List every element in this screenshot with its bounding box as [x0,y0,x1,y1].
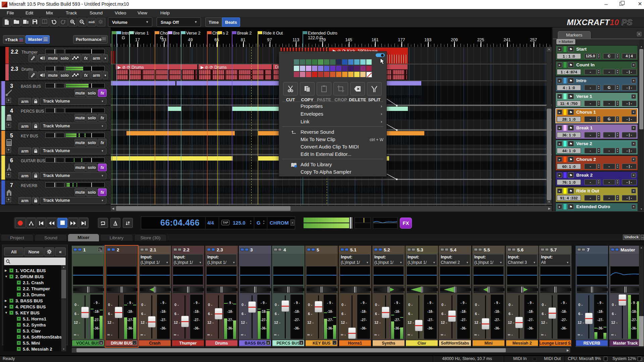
svg-text:midi: midi [89,20,95,24]
